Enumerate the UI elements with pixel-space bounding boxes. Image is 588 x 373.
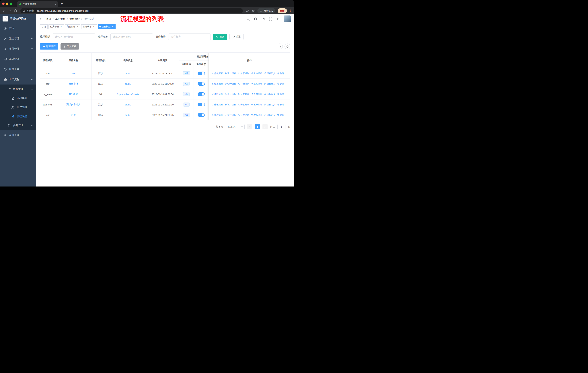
action-design[interactable]: 设计流程 <box>225 93 236 96</box>
action-delete[interactable]: 删除 <box>277 93 284 96</box>
sidebar-item-workflow[interactable]: 工作流程 <box>0 74 36 84</box>
prev-page-button[interactable] <box>247 124 252 129</box>
action-edit[interactable]: 修改流程 <box>211 82 223 85</box>
form-info-link[interactable]: biubiu <box>125 114 131 116</box>
window-minimize-button[interactable] <box>6 2 8 5</box>
active-toggle[interactable] <box>198 82 205 86</box>
tag-close-icon[interactable]: × <box>111 26 114 28</box>
forward-button[interactable] <box>8 9 11 12</box>
version-badge[interactable]: v5 <box>183 92 189 96</box>
goto-page-input[interactable] <box>277 124 285 129</box>
bookmark-star-icon[interactable] <box>252 9 255 12</box>
breadcrumb-process-mgmt[interactable]: 流程管理 <box>69 17 80 20</box>
github-icon[interactable] <box>254 17 257 21</box>
sidebar-item-process-mgmt[interactable]: 流程管理 <box>0 84 36 94</box>
tag-item[interactable]: 我的流程× <box>65 24 80 29</box>
help-icon[interactable] <box>261 17 265 21</box>
tag-item[interactable]: 流程表单× <box>81 24 97 29</box>
sidebar-item-task-mgmt[interactable]: 任务管理 <box>0 121 36 130</box>
sidebar-item-infrastructure[interactable]: 基础设施 <box>0 54 36 64</box>
action-publish[interactable]: 发布流程 <box>251 113 262 117</box>
page-number-button[interactable]: 1 <box>255 124 260 129</box>
action-definition[interactable]: 流程定义 <box>264 72 275 75</box>
process-name-link[interactable]: 自己审批 <box>69 82 78 85</box>
process-name-link[interactable]: 滔博 <box>71 113 76 116</box>
sidebar-item-dev-tools[interactable]: 研发工具 <box>0 64 36 74</box>
sidebar-item-home[interactable]: 首页 <box>0 23 36 33</box>
sidebar-item-process-model[interactable]: 流程模型 <box>0 112 36 121</box>
sidebar-item-leave-query[interactable]: 请假查询 <box>0 130 36 140</box>
browser-tab[interactable]: 芋道管理系统 × <box>17 1 58 7</box>
version-badge[interactable]: v2 <box>183 82 189 86</box>
import-process-button[interactable]: 导入流程 <box>61 43 79 50</box>
form-info-link[interactable]: biubiu <box>125 103 131 106</box>
next-page-button[interactable] <box>262 124 268 129</box>
action-publish[interactable]: 发布流程 <box>251 103 262 106</box>
action-design[interactable]: 设计流程 <box>225 72 236 75</box>
address-bar[interactable]: 不安全 dashboard.yudao.iocoder.cn/bpm/manag… <box>21 8 243 13</box>
process-id-input[interactable] <box>53 33 95 40</box>
process-name-link[interactable]: OA 请假 <box>69 93 78 95</box>
action-edit[interactable]: 修改流程 <box>211 72 223 75</box>
version-badge[interactable]: v4 <box>183 102 189 107</box>
search-icon[interactable] <box>246 17 250 21</box>
action-delete[interactable]: 删除 <box>277 113 284 117</box>
action-definition[interactable]: 流程定义 <box>264 113 275 117</box>
action-publish[interactable]: 发布流程 <box>251 93 262 96</box>
sidebar-item-system-mgmt[interactable]: 系统管理 <box>0 33 36 44</box>
breadcrumb-workflow[interactable]: 工作流程 <box>55 17 65 20</box>
action-publish[interactable]: 发布流程 <box>251 82 262 85</box>
form-info-link[interactable]: biubiu <box>125 72 131 75</box>
page-size-select[interactable]: 10条/页 <box>226 124 245 129</box>
action-delete[interactable]: 删除 <box>277 103 284 106</box>
font-size-icon[interactable] <box>276 17 280 21</box>
action-design[interactable]: 设计流程 <box>225 82 236 85</box>
action-assign[interactable]: 分配规则 <box>238 113 249 117</box>
action-delete[interactable]: 删除 <box>277 72 284 75</box>
action-edit[interactable]: 修改流程 <box>211 113 223 117</box>
reset-button[interactable]: 重置 <box>230 34 243 40</box>
version-badge[interactable]: v21 <box>183 113 190 117</box>
sidebar-item-process-form[interactable]: 流程表单 <box>0 94 36 103</box>
tag-close-icon[interactable]: × <box>60 26 62 28</box>
create-process-button[interactable]: 新建流程 <box>40 43 58 50</box>
version-badge[interactable]: v17 <box>183 71 190 75</box>
sidebar-toggle-icon[interactable] <box>40 17 43 21</box>
password-key-icon[interactable] <box>246 9 249 12</box>
tag-item[interactable]: 流程模型× <box>98 24 116 29</box>
new-tab-button[interactable]: + <box>61 2 63 6</box>
action-definition[interactable]: 流程定义 <box>264 103 275 106</box>
tab-close-icon[interactable]: × <box>55 3 56 6</box>
action-assign[interactable]: 分配规则 <box>238 72 249 75</box>
sidebar-item-payment-mgmt[interactable]: 支付管理 <box>0 44 36 54</box>
process-name-link[interactable]: eeee <box>71 72 76 75</box>
sidebar-logo[interactable]: 芋道管理系统 <box>0 14 36 23</box>
process-name-link[interactable]: 测试多审批人 <box>66 103 81 106</box>
form-info-link[interactable]: biubiu <box>125 82 131 85</box>
search-button[interactable]: 搜索 <box>213 34 227 40</box>
action-definition[interactable]: 流程定义 <box>264 93 275 96</box>
tag-item[interactable]: 首页 <box>40 24 48 29</box>
user-avatar[interactable] <box>284 15 291 22</box>
active-toggle[interactable] <box>198 92 205 96</box>
window-close-button[interactable] <box>2 2 5 5</box>
active-toggle[interactable] <box>198 113 205 117</box>
window-zoom-button[interactable] <box>10 2 12 5</box>
action-design[interactable]: 设计流程 <box>225 113 236 117</box>
action-assign[interactable]: 分配规则 <box>238 103 249 106</box>
action-delete[interactable]: 删除 <box>277 82 284 85</box>
form-info-link[interactable]: /bpm/oa/leave/create <box>117 93 139 96</box>
category-select[interactable]: 流程分类 <box>168 33 211 40</box>
action-edit[interactable]: 修改流程 <box>211 93 223 96</box>
process-name-input[interactable] <box>110 33 153 40</box>
action-publish[interactable]: 发布流程 <box>251 72 262 75</box>
tag-item[interactable]: 租户管理× <box>49 24 64 29</box>
fullscreen-icon[interactable] <box>269 17 272 21</box>
refresh-table-button[interactable] <box>284 43 290 49</box>
action-assign[interactable]: 分配规则 <box>238 82 249 85</box>
reload-button[interactable] <box>14 9 17 12</box>
active-toggle[interactable] <box>198 71 205 75</box>
update-button[interactable]: 更新 <box>278 8 287 13</box>
back-button[interactable] <box>2 9 5 12</box>
action-definition[interactable]: 流程定义 <box>264 82 275 85</box>
